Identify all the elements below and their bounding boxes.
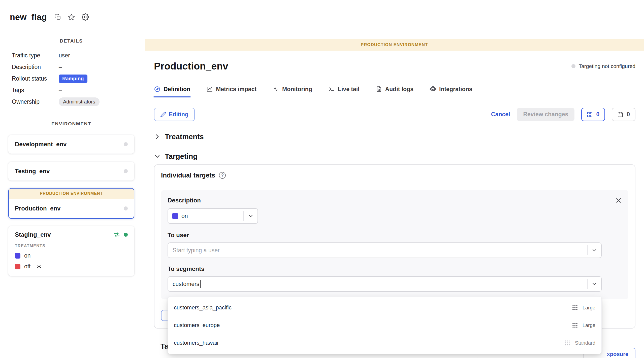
segment-size: Standard <box>575 340 595 346</box>
review-changes-button[interactable]: Review changes <box>517 108 574 121</box>
production-environment-banner: PRODUCTION ENVIRONMENT <box>145 39 644 51</box>
sync-arrows-icon <box>113 231 120 238</box>
layout-count: 0 <box>596 111 599 118</box>
production-card-banner: PRODUCTION ENVIRONMENT <box>9 189 134 199</box>
flag-settings-button[interactable] <box>82 13 89 21</box>
tab-live-tail[interactable]: Live tail <box>328 85 360 93</box>
chevron-down-icon <box>591 281 597 287</box>
schedule-count: 0 <box>627 111 630 118</box>
env-card-production[interactable]: PRODUCTION ENVIRONMENT Production_env <box>8 188 134 219</box>
treatments-section-title: Treatments <box>165 131 204 142</box>
editing-button-label: Editing <box>169 111 188 118</box>
remove-target-button[interactable] <box>615 197 622 204</box>
env-card-staging[interactable]: Staging_env TREATMENTS on off <box>8 226 134 276</box>
tab-definition[interactable]: Definition <box>154 85 190 93</box>
segment-grid-icon <box>572 322 578 329</box>
tab-metrics-impact[interactable]: Metrics impact <box>206 85 256 93</box>
individual-targets-heading: Individual targets <box>161 171 215 180</box>
grid-icon <box>587 112 593 118</box>
segment-option-europe[interactable]: customers_europe Large <box>168 316 601 334</box>
tab-integrations[interactable]: Integrations <box>430 85 472 93</box>
segments-dropdown: customers_asia_pacific Large customers_e… <box>168 296 602 354</box>
segment-meta: Large <box>572 322 595 329</box>
tab-monitoring[interactable]: Monitoring <box>273 85 312 93</box>
detail-label: Rollout status <box>12 75 59 82</box>
details-heading: DETAILS <box>8 38 134 44</box>
to-segments-input[interactable]: customers customers_asia_pacific Large <box>168 276 602 292</box>
env-name: Staging_env <box>15 231 51 238</box>
editing-button[interactable]: Editing <box>154 108 195 121</box>
flag-header: new_flag <box>0 0 95 34</box>
details-heading-label: DETAILS <box>60 38 83 44</box>
segment-grid-icon-light <box>564 340 571 346</box>
integrations-icon <box>430 86 436 92</box>
individual-target-card: Description on To user Start typing a us… <box>161 190 628 299</box>
schedule-count-button[interactable]: 0 <box>612 108 635 121</box>
targeting-status: Targeting not configured <box>571 63 635 69</box>
segment-name: customers_hawaii <box>174 340 218 346</box>
env-name: Testing_env <box>15 168 50 175</box>
individual-targets-panel: Individual targets ? Description on <box>154 164 635 329</box>
pencil-icon <box>160 112 166 117</box>
layout-count-button[interactable]: 0 <box>581 108 605 121</box>
env-status-dot <box>124 142 128 146</box>
default-treatment-asterisk-icon <box>37 264 42 269</box>
detail-row-tags: Tags – <box>8 86 134 94</box>
definition-icon <box>154 86 160 92</box>
env-name: Development_env <box>15 141 67 148</box>
partial-section-heading: Ta <box>160 341 169 351</box>
targeting-section-title: Targeting <box>165 151 198 162</box>
actions-right: Cancel Review changes 0 0 <box>491 108 635 121</box>
segment-option-hawaii[interactable]: customers_hawaii Standard <box>168 334 601 352</box>
details-list: Traffic type user Description – Rollout … <box>8 51 134 106</box>
flag-name: new_flag <box>10 12 47 22</box>
tab-label: Audit logs <box>385 86 413 93</box>
detail-value: – <box>59 64 62 70</box>
close-icon <box>615 197 622 204</box>
help-icon[interactable]: ? <box>219 172 226 179</box>
chevron-right-icon <box>154 133 160 140</box>
env-card-development[interactable]: Development_env <box>8 135 134 154</box>
main-content: Production_env Targeting not configured … <box>145 60 644 358</box>
treatment-on-swatch <box>172 213 178 219</box>
targeting-section-toggle[interactable]: Targeting <box>154 151 635 162</box>
copy-flag-button[interactable] <box>54 14 61 20</box>
gear-icon <box>82 13 89 21</box>
segment-grid-icon <box>572 304 578 311</box>
targeting-status-label: Targeting not configured <box>579 63 635 69</box>
treatment-select-value: on <box>181 213 188 220</box>
star-flag-button[interactable] <box>68 13 75 21</box>
input-chevron[interactable] <box>587 245 601 255</box>
staging-card-row: Staging_env <box>15 231 128 238</box>
to-segments-label: To segments <box>168 265 602 273</box>
segment-meta: Large <box>572 304 595 311</box>
segment-meta: Standard <box>564 340 595 346</box>
copy-icon <box>54 14 61 20</box>
environment-heading: ENVIRONMENT <box>8 121 134 127</box>
treatment-select[interactable]: on <box>168 208 258 224</box>
individual-targets-title-row: Individual targets ? <box>161 171 628 180</box>
tab-label: Live tail <box>338 86 360 93</box>
monitoring-icon <box>273 86 279 92</box>
input-chevron[interactable] <box>587 279 601 289</box>
to-user-input[interactable]: Start typing a user <box>168 242 602 258</box>
description-label: Description <box>168 197 602 204</box>
to-segments-value: customers <box>173 281 199 288</box>
calendar-icon <box>617 112 623 118</box>
sidebar: DETAILS Traffic type user Description – … <box>0 38 145 276</box>
segment-size: Large <box>583 305 595 311</box>
detail-row-traffic-type: Traffic type user <box>8 51 134 60</box>
cancel-button[interactable]: Cancel <box>491 111 510 118</box>
treatments-section-toggle[interactable]: Treatments <box>154 131 635 142</box>
segment-name: customers_europe <box>174 322 220 329</box>
tab-audit-logs[interactable]: Audit logs <box>376 85 413 93</box>
detail-label: Traffic type <box>12 52 59 59</box>
segment-option-asia-pacific[interactable]: customers_asia_pacific Large <box>168 299 601 316</box>
partial-exposure-button[interactable]: xposure <box>600 348 635 358</box>
treatments-subheading: TREATMENTS <box>15 244 128 248</box>
env-card-testing[interactable]: Testing_env <box>8 162 134 181</box>
star-icon <box>68 13 75 21</box>
segment-size: Large <box>583 323 595 328</box>
segment-name: customers_asia_pacific <box>174 304 232 311</box>
env-status-dot-green <box>124 233 128 237</box>
